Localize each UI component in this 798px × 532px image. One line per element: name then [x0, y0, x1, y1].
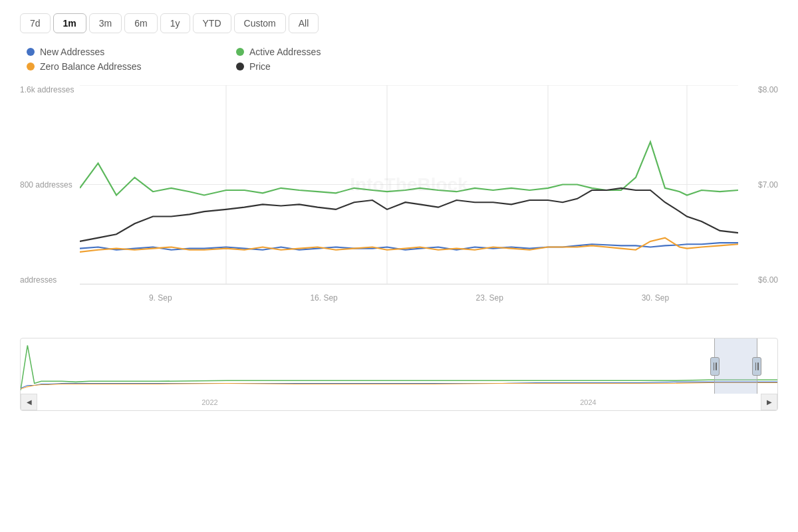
- y-label-top-right: $8.00: [738, 85, 778, 94]
- legend-dot-zero-balance: [27, 63, 35, 70]
- x-tick-3: 23. Sep: [476, 293, 503, 303]
- legend-dot-active-addresses: [236, 48, 244, 56]
- legend-new-addresses: New Addresses: [27, 47, 209, 57]
- chart-section: 1.6k addresses 800 addresses addresses $…: [20, 85, 778, 525]
- legend-active-addresses: Active Addresses: [236, 47, 419, 57]
- main-container: 7d 1m 3m 6m 1y YTD Custom All New Addres…: [0, 0, 798, 532]
- y-label-mid-left: 800 addresses: [20, 180, 80, 190]
- x-tick-2: 16. Sep: [310, 293, 337, 303]
- nav-handle-left[interactable]: [710, 357, 720, 376]
- mini-svg: [21, 338, 777, 394]
- mini-chart: 2022 2024 ◀ ▶: [20, 338, 778, 411]
- y-label-mid-right: $7.00: [738, 180, 778, 190]
- x-tick-1: 9. Sep: [149, 293, 172, 303]
- y-axis-right: $8.00 $7.00 $6.00: [738, 85, 778, 285]
- btn-6m[interactable]: 6m: [124, 13, 157, 33]
- btn-all[interactable]: All: [289, 13, 319, 33]
- mini-x-tick-2024: 2024: [580, 398, 596, 406]
- btn-1y[interactable]: 1y: [160, 13, 190, 33]
- btn-3m[interactable]: 3m: [89, 13, 122, 33]
- y-label-bot-right: $6.00: [738, 275, 778, 285]
- mini-x-axis: 2022 2024: [21, 394, 777, 410]
- main-chart: 1.6k addresses 800 addresses addresses $…: [20, 85, 778, 311]
- nav-arrow-right[interactable]: ▶: [761, 394, 777, 410]
- main-svg: [80, 85, 738, 284]
- legend-dot-price: [236, 63, 244, 70]
- nav-selector[interactable]: [714, 338, 757, 394]
- chart-canvas: IntoTheBlock: [80, 85, 738, 285]
- mini-chart-inner: [21, 338, 777, 394]
- legend-label-zero-balance: Zero Balance Addresses: [40, 61, 142, 72]
- mini-x-tick-2022: 2022: [201, 398, 217, 406]
- y-label-bot-left: addresses: [20, 275, 80, 285]
- btn-ytd[interactable]: YTD: [193, 13, 231, 33]
- chart-legend: New Addresses Active Addresses Zero Bala…: [20, 47, 419, 72]
- legend-label-active-addresses: Active Addresses: [249, 47, 321, 57]
- btn-7d[interactable]: 7d: [20, 13, 51, 33]
- legend-price: Price: [236, 61, 419, 72]
- legend-zero-balance: Zero Balance Addresses: [27, 61, 209, 72]
- legend-dot-new-addresses: [27, 48, 35, 56]
- x-axis: 9. Sep 16. Sep 23. Sep 30. Sep: [80, 285, 738, 311]
- legend-label-price: Price: [249, 61, 271, 72]
- btn-1m[interactable]: 1m: [53, 13, 86, 33]
- time-range-selector: 7d 1m 3m 6m 1y YTD Custom All: [20, 13, 778, 33]
- legend-label-new-addresses: New Addresses: [40, 47, 104, 57]
- btn-custom[interactable]: Custom: [234, 13, 286, 33]
- nav-handle-right[interactable]: [752, 357, 761, 376]
- nav-arrow-left[interactable]: ◀: [21, 394, 37, 410]
- y-label-top-left: 1.6k addresses: [20, 85, 80, 94]
- y-axis-left: 1.6k addresses 800 addresses addresses: [20, 85, 80, 285]
- x-tick-4: 30. Sep: [642, 293, 669, 303]
